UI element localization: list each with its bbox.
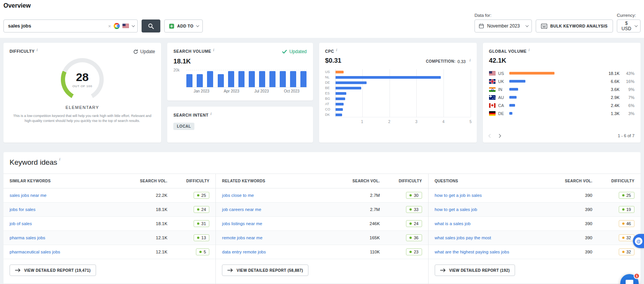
add-to-label: ADD TO <box>177 24 193 28</box>
cpc-axis-tick: 1 <box>361 120 364 124</box>
intent-badge[interactable]: LOCAL <box>173 123 194 130</box>
cpc-plot <box>335 69 471 117</box>
keyword-link[interactable]: what are the highest paying sales jobs <box>435 250 550 254</box>
date-dropdown[interactable]: November 2023 <box>474 19 532 32</box>
cpc-chart: USNLDEBEESBGATCODK 12345 <box>325 69 471 125</box>
currency-dropdown[interactable]: $ USD <box>617 19 641 32</box>
pagination-next-icon[interactable] <box>497 134 501 138</box>
us-flag-icon[interactable] <box>122 24 129 28</box>
difficulty-badge[interactable]: 24 <box>194 206 209 213</box>
cpc-value: $0.31 <box>325 57 342 65</box>
info-icon[interactable] <box>470 58 471 62</box>
difficulty-badge[interactable]: 32 <box>619 234 634 241</box>
table-row: sales jobs near me 22.2K 25 <box>3 188 215 203</box>
info-icon[interactable] <box>36 48 37 52</box>
column-header-search-vol[interactable]: SEARCH VOL. <box>550 179 592 183</box>
cpc-bar <box>336 108 343 111</box>
view-detailed-report-button[interactable]: VIEW DETAILED REPORT (192) <box>435 265 515 276</box>
search-volume-chart: 20k Jan 2023Apr 2023Jul 2023Oct 2023 <box>173 70 307 94</box>
search-input[interactable] <box>7 23 105 29</box>
country-volume: 2.9K <box>604 95 620 100</box>
update-label: Update <box>140 49 155 54</box>
country-volume-pct: 43% <box>622 71 634 76</box>
column-header-keywords[interactable]: SIMILAR KEYWORDS <box>10 179 125 183</box>
india-flag-icon <box>489 87 496 92</box>
cpc-bar <box>336 97 345 100</box>
cpc-bar-row <box>336 75 471 80</box>
keyword-link[interactable]: remote jobs near me <box>222 235 337 240</box>
column-header-keywords[interactable]: RELATED KEYWORDS <box>222 179 337 183</box>
keyword-link[interactable]: jobs close to me <box>222 193 337 198</box>
difficulty-value: 19 <box>626 207 631 212</box>
keyword-link[interactable]: job careers near me <box>222 207 337 212</box>
search-volume-cell: 2.7M <box>338 193 380 198</box>
info-icon[interactable] <box>210 112 212 116</box>
column-header-difficulty[interactable]: DIFFICULTY <box>167 179 209 183</box>
difficulty-badge[interactable]: 19 <box>619 206 634 213</box>
difficulty-title: DIFFICULTY <box>10 49 34 54</box>
keyword-link[interactable]: what is a sales job <box>435 221 550 226</box>
keyword-link[interactable]: pharmaceutical sales jobs <box>10 250 125 254</box>
view-detailed-report-button[interactable]: VIEW DETAILED REPORT (58,887) <box>222 265 308 276</box>
difficulty-level: ELEMENTARY <box>10 105 155 110</box>
keyword-link[interactable]: data entry remote jobs <box>222 250 337 254</box>
search-volume-cell: 165K <box>338 235 380 240</box>
search-icon <box>148 23 154 29</box>
info-icon[interactable] <box>59 157 60 161</box>
view-detailed-report-button[interactable]: VIEW DETAILED REPORT (19,471) <box>10 265 96 276</box>
difficulty-badge[interactable]: 31 <box>194 220 209 227</box>
difficulty-badge[interactable]: 32 <box>619 248 634 255</box>
cpc-bar-row <box>336 91 471 96</box>
info-icon[interactable] <box>213 48 214 52</box>
difficulty-badge[interactable]: 25 <box>619 192 634 199</box>
search-button[interactable] <box>142 19 160 32</box>
check-icon <box>282 50 287 54</box>
difficulty-score: 28 <box>76 71 88 83</box>
column-header-search-vol[interactable]: SEARCH VOL. <box>125 179 167 183</box>
global-volume-bar <box>509 72 554 75</box>
difficulty-value: 13 <box>201 235 206 240</box>
table-row: what are the highest paying sales jobs 3… <box>429 245 641 259</box>
column-header-search-vol[interactable]: SEARCH VOL. <box>338 179 380 183</box>
difficulty-badge[interactable]: 5 <box>196 248 209 255</box>
difficulty-value: 31 <box>201 221 206 226</box>
difficulty-badge[interactable]: 36 <box>406 234 422 241</box>
pagination-prev-icon[interactable] <box>488 134 492 138</box>
difficulty-badge[interactable]: 25 <box>194 192 209 199</box>
keyword-link[interactable]: jobs for sales <box>10 207 125 212</box>
keyword-link[interactable]: job of sales <box>10 221 125 226</box>
info-icon[interactable] <box>336 48 337 52</box>
table-row: jobs for sales 18.1K 24 <box>3 203 215 217</box>
difficulty-badge[interactable]: 24 <box>406 220 422 227</box>
difficulty-badge[interactable]: 23 <box>406 248 422 255</box>
search-volume-cell: 390 <box>550 221 592 226</box>
column-header-difficulty[interactable]: DIFFICULTY <box>380 179 422 183</box>
column-header-difficulty[interactable]: DIFFICULTY <box>592 179 634 183</box>
country-row: DE 1.3K 3% <box>489 109 634 117</box>
keyword-link[interactable]: jobs listings near me <box>222 221 337 226</box>
help-center-tab[interactable] <box>633 234 644 248</box>
difficulty-badge[interactable]: 13 <box>194 234 209 241</box>
keyword-link[interactable]: pharma sales jobs <box>10 235 125 240</box>
keyword-link[interactable]: how to get a job in sales <box>435 193 550 198</box>
keyword-link[interactable]: sales jobs near me <box>10 193 125 198</box>
volume-bar <box>218 74 224 87</box>
volume-bar <box>280 71 286 87</box>
add-to-button[interactable]: ADD TO <box>164 19 203 32</box>
bulk-keyword-analysis-button[interactable]: BULK KEYWORD ANALYSIS <box>536 19 613 32</box>
clear-search-icon[interactable] <box>108 24 111 29</box>
difficulty-badge[interactable]: 46 <box>619 220 634 227</box>
mention-icon <box>635 237 642 245</box>
info-icon[interactable] <box>528 48 530 52</box>
column-header-keywords[interactable]: QUESTIONS <box>435 179 550 183</box>
keyword-link[interactable]: what sales jobs pay the most <box>435 235 550 240</box>
country-code: UK <box>498 79 507 84</box>
difficulty-dot-icon <box>622 222 624 225</box>
difficulty-badge[interactable]: 30 <box>406 192 422 199</box>
update-button[interactable]: Update <box>133 49 155 54</box>
country-bar-track <box>509 72 554 75</box>
cpc-axis-tick: 3 <box>415 120 417 124</box>
difficulty-badge[interactable]: 33 <box>406 206 422 213</box>
chevron-down-icon[interactable] <box>132 24 135 27</box>
keyword-link[interactable]: how to get a sales job <box>435 207 550 212</box>
